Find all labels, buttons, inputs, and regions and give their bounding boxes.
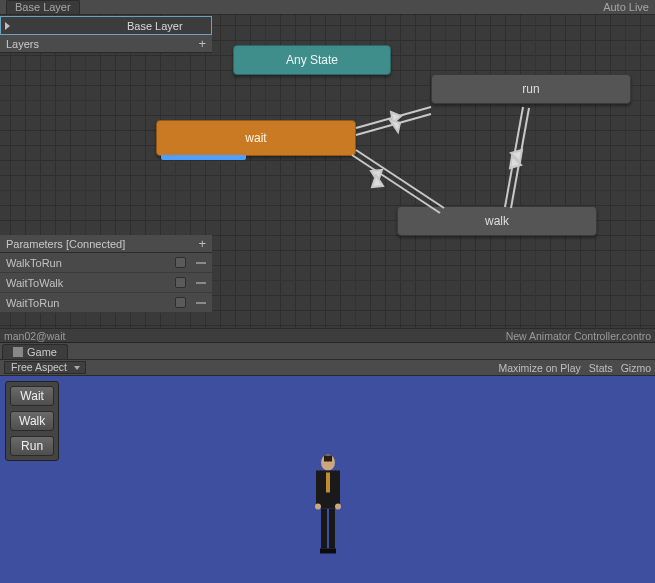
auto-live-toggle[interactable]: Auto Live (603, 1, 649, 13)
tab-label: Game (27, 346, 57, 358)
character-avatar (308, 452, 348, 562)
parameter-checkbox[interactable] (175, 257, 186, 268)
game-viewport: Wait Walk Run (0, 376, 655, 583)
svg-point-19 (335, 503, 341, 509)
svg-point-18 (315, 503, 321, 509)
svg-rect-17 (335, 470, 340, 504)
state-run[interactable]: run (431, 74, 631, 104)
layer-label: Base Layer (113, 20, 212, 32)
svg-rect-23 (328, 548, 336, 553)
maximize-on-play-toggle[interactable]: Maximize on Play (498, 362, 580, 374)
aspect-dropdown[interactable]: Free Aspect (4, 361, 86, 374)
layers-header: Layers + (0, 35, 212, 53)
state-wait[interactable]: wait (156, 120, 356, 156)
tab-game[interactable]: Game (2, 344, 68, 359)
svg-rect-21 (329, 508, 335, 548)
game-panel: Game Free Aspect Maximize on Play Stats … (0, 341, 655, 583)
wait-button[interactable]: Wait (10, 386, 54, 406)
game-icon (13, 347, 23, 357)
add-parameter-button[interactable]: + (198, 239, 206, 249)
play-button-group: Wait Walk Run (5, 381, 59, 461)
add-layer-button[interactable]: + (198, 39, 206, 49)
layers-title: Layers (6, 38, 39, 50)
parameters-header: Parameters [Connected] + (0, 235, 212, 253)
parameter-name: WalkToRun (6, 257, 62, 269)
run-button[interactable]: Run (10, 436, 54, 456)
stats-toggle[interactable]: Stats (589, 362, 613, 374)
animator-header: Base Layer Auto Live (0, 0, 655, 15)
parameter-row[interactable]: WaitToWalk (0, 273, 212, 293)
breadcrumb[interactable]: Base Layer (6, 0, 80, 14)
parameter-row[interactable]: WaitToRun (0, 293, 212, 313)
game-toolbar: Free Aspect Maximize on Play Stats Gizmo (0, 360, 655, 376)
play-icon (5, 22, 109, 30)
layer-item-base[interactable]: Base Layer (0, 16, 212, 35)
parameter-checkbox[interactable] (175, 277, 186, 288)
current-state-path: man02@wait (4, 330, 65, 342)
walk-button[interactable]: Walk (10, 411, 54, 431)
parameters-title: Parameters [Connected] (6, 238, 125, 250)
remove-parameter-button[interactable] (196, 302, 206, 304)
svg-rect-22 (320, 548, 328, 553)
animator-panel: Base Layer Auto Live Any State run wait … (0, 0, 655, 341)
parameter-checkbox[interactable] (175, 297, 186, 308)
remove-parameter-button[interactable] (196, 262, 206, 264)
remove-parameter-button[interactable] (196, 282, 206, 284)
svg-rect-16 (316, 470, 321, 504)
svg-rect-13 (324, 455, 332, 461)
status-bar: man02@wait New Animator Controller.contr… (0, 328, 655, 342)
gizmos-toggle[interactable]: Gizmo (621, 362, 651, 374)
state-any-state[interactable]: Any State (233, 45, 391, 75)
state-walk[interactable]: walk (397, 206, 597, 236)
controller-asset-name: New Animator Controller.contro (506, 330, 651, 342)
svg-rect-15 (326, 472, 330, 492)
parameter-name: WaitToRun (6, 297, 59, 309)
parameter-name: WaitToWalk (6, 277, 63, 289)
svg-rect-20 (321, 508, 327, 548)
parameter-row[interactable]: WalkToRun (0, 253, 212, 273)
